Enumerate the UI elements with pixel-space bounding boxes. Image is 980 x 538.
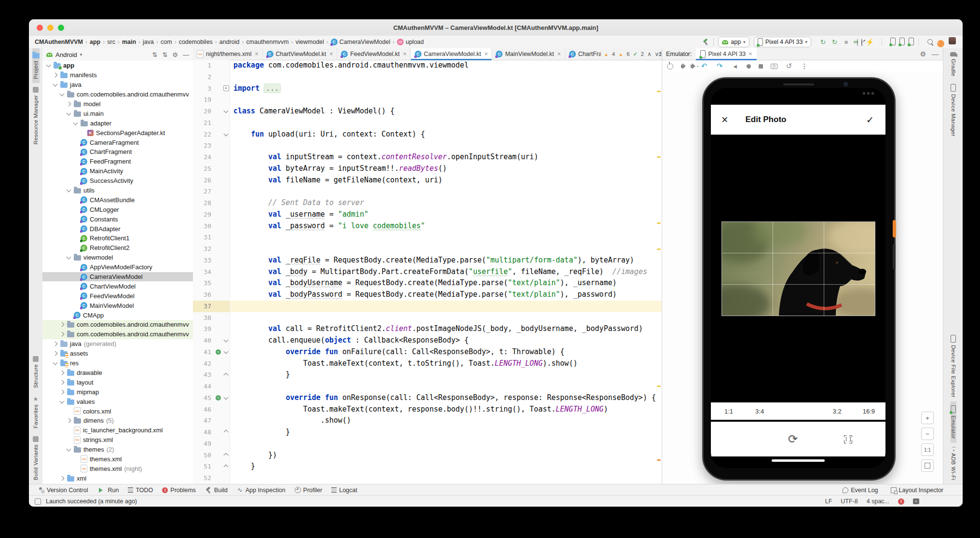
tool-window-button-app-inspection[interactable]: ∿App Inspection [237,487,286,494]
sync-device-icon[interactable] [890,38,896,45]
twistie[interactable] [52,342,58,345]
twistie[interactable] [45,64,51,67]
code-line-31[interactable]: 31 [193,232,662,243]
fold-close-icon[interactable] [224,453,229,457]
tree-item-RetrofitClient2[interactable]: CRetrofitClient2 [42,243,193,253]
breadcrumb-item-main[interactable]: main [122,39,136,45]
tree-item-SectionsPagerAdapter.kt[interactable]: KSectionsPagerAdapter.kt [42,128,193,138]
tree-item-CameraFragment[interactable]: CCameraFragment [42,138,193,147]
twistie[interactable] [52,362,58,364]
tree-item-MainActivity[interactable]: CMainActivity [42,166,193,176]
code-line-47[interactable]: 47 .show() [193,415,662,427]
zoom-out-button[interactable]: − [921,428,934,440]
tool-window-button-build[interactable]: Build [205,487,228,494]
tree-item-values[interactable]: values [42,397,193,406]
tool-strip-item-favorites[interactable]: ★Favorites [33,392,39,432]
close-icon[interactable]: × [558,51,561,57]
error-notification-icon[interactable]: ! [898,498,904,505]
code-line-41[interactable]: 41↑ override fun onFailure(call: Call<Re… [193,346,662,358]
emulator-device-tab[interactable]: Pixel 4 API 33 × [696,48,757,60]
code-line-19[interactable]: 19 [193,94,662,106]
fold-open-icon[interactable] [224,338,229,343]
tree-item-assets[interactable]: assets [42,349,193,359]
override-marker-icon[interactable]: ↑ [216,349,221,355]
aspect-ratio-3:4[interactable]: 3:4 [755,408,764,415]
code-line-22[interactable]: 22 fun upload(uri: Uri, context: Context… [193,129,662,140]
tool-window-button-layout-inspector[interactable]: Layout Inspector [891,487,943,494]
code-line-35[interactable]: 35 val _bodyUsername = RequestBody.creat… [193,277,662,289]
code-line-20[interactable]: 20class CameraViewModel : ViewModel() { [193,106,662,117]
breadcrumb-item-app[interactable]: app [90,39,100,45]
code-line-49[interactable]: 49 [193,438,662,450]
confirm-icon[interactable]: ✓ [866,114,874,125]
close-icon[interactable]: × [721,113,728,126]
tree-item-layout[interactable]: layout [42,377,193,387]
breadcrumb-item-cmauthenmvvm[interactable]: cmauthenmvvm [246,39,289,45]
close-icon[interactable]: × [403,51,407,57]
prev-problem-icon[interactable]: ∧ [647,51,651,57]
tree-item-themes.xml[interactable]: <>themes.xml(night) [42,464,193,473]
tree-item-FeedViewModel[interactable]: CFeedViewModel [42,291,193,301]
phone-screen[interactable]: × Edit Photo ✓ [711,88,885,468]
override-marker-icon[interactable]: ↑ [216,395,221,400]
aspect-ratio-1:1[interactable]: 1:1 [724,408,733,415]
apply-changes-icon[interactable]: ↻ [819,38,827,46]
crop-photo[interactable] [722,222,875,316]
run-list-icon[interactable]: ≡ [842,38,850,46]
code-line-27[interactable]: 27 [193,186,662,197]
tree-item-ChartViewModel[interactable]: CChartViewModel [42,281,193,291]
code-line-24[interactable]: 24 val inputStream = context.contentReso… [193,152,662,163]
tool-window-button-version-control[interactable]: Version Control [38,487,88,494]
fit-screen-button[interactable] [921,459,934,472]
tool-strip-item-device-manager[interactable]: Device Manager [950,80,956,140]
tool-window-button-profiler[interactable]: Profiler [295,487,323,494]
status-item-UTF-8[interactable]: UTF-8 [841,498,858,505]
tool-window-button-logcat[interactable]: Logcat [331,487,357,494]
fold-open-icon[interactable] [224,109,229,113]
code-line-39[interactable]: 39 val call = RetrofitClient2.client.pos… [193,323,662,335]
editor-tab-ChartViewModel.kt[interactable]: CChartViewModel.kt× [263,48,338,60]
inspections-widget[interactable]: ▲4 ▲6 ✓2 ∧ ∨ [601,48,659,60]
tool-strip-item-device-file-explorer[interactable]: Device File Explorer [951,331,956,401]
update-icon[interactable]: ↑ [937,40,944,47]
code-line-42[interactable]: 42 Toast.makeText(context, t.toString(),… [193,358,662,370]
close-icon[interactable]: × [484,51,488,57]
twistie[interactable] [66,102,71,106]
code-line-1[interactable]: 1package com.codemobiles.android.cmauthe… [193,60,662,71]
crop-fit-icon[interactable] [844,435,852,443]
code-line-23[interactable]: 23 [193,140,662,152]
code-line-26[interactable]: 26 val fileName = getFileName(context, u… [193,175,662,186]
fold-close-icon[interactable] [224,464,229,469]
tree-item-DBAdapter[interactable]: CDBAdapter [42,224,193,234]
rotate-left-icon[interactable]: ↶ [700,62,708,70]
code-line-3[interactable]: 3+import ... [193,83,662,95]
code-line-36[interactable]: 36 val _bodyPassword = RequestBody.creat… [193,289,662,301]
twistie[interactable] [59,323,65,326]
close-icon[interactable]: × [749,51,752,57]
fold-open-icon[interactable] [224,349,229,354]
tool-window-toggle-icon[interactable] [35,498,41,505]
code-line-25[interactable]: 25 val byteArray = inputStream!!.readByt… [193,163,662,175]
code-line-38[interactable]: 38 [193,312,662,324]
tree-item-Constants[interactable]: CConstants [42,214,193,224]
code-line-28[interactable]: 28 // Sent Data to server [193,197,662,209]
twistie[interactable] [59,381,65,384]
next-problem-icon[interactable]: ∨ [655,51,659,57]
tree-item-drawable[interactable]: drawable [42,368,193,378]
breadcrumb-item-src[interactable]: src [107,39,115,45]
twistie[interactable] [52,73,58,77]
editor-tab-MainViewModel.kt[interactable]: CMainViewModel.kt× [492,48,565,60]
tool-strip-item-build-variants[interactable]: Build Variants [33,432,39,484]
tree-item-CameraViewModel[interactable]: CCameraViewModel [42,272,193,282]
code-line-21[interactable]: 21 [193,117,662,129]
tree-item-strings.xml[interactable]: <>strings.xml [42,435,193,445]
collapse-all-icon[interactable]: ⇅ [162,51,167,58]
code-line-2[interactable]: 2 [193,71,662,83]
code-editor[interactable]: 1package com.codemobiles.android.cmauthe… [193,60,662,484]
tree-item-themes[interactable]: themes(2) [42,445,193,455]
status-item-LF[interactable]: LF [825,498,832,505]
tree-item-ic_launcher_background.xml[interactable]: <>ic_launcher_background.xml [42,426,193,435]
tree-item-manifests[interactable]: manifests [42,70,193,80]
code-line-44[interactable]: 44 [193,381,662,392]
code-line-30[interactable]: 30 val _password = "i love codemobiles" [193,221,662,232]
